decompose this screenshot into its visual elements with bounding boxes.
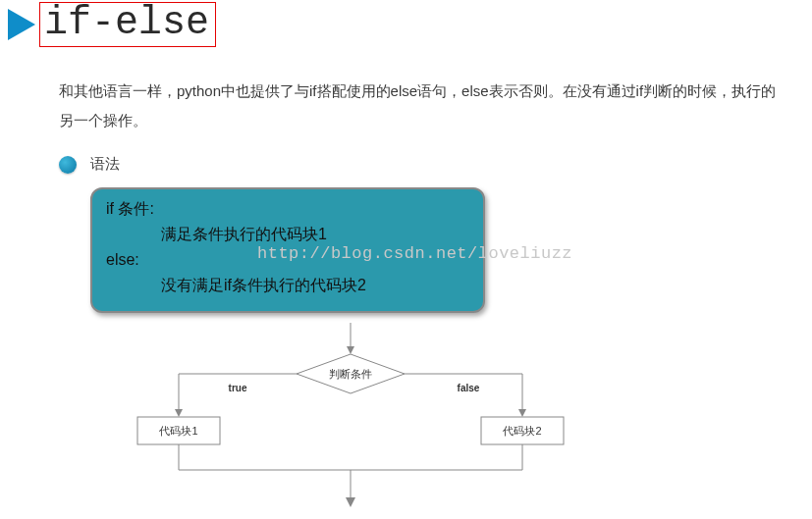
title-row: if-else	[0, 0, 812, 47]
syntax-wrap: if 条件: 满足条件执行的代码块1 else: 没有满足if条件执行的代码块2…	[90, 187, 812, 313]
svg-marker-8	[518, 409, 526, 417]
svg-marker-5	[175, 409, 183, 417]
syntax-box: if 条件: 满足条件执行的代码块1 else: 没有满足if条件执行的代码块2	[90, 187, 485, 313]
syntax-line-2: 满足条件执行的代码块1	[106, 223, 469, 246]
bullet-label: 语法	[90, 155, 120, 174]
bullet-icon	[59, 156, 77, 174]
bullet-row: 语法	[59, 155, 812, 174]
svg-marker-15	[346, 497, 355, 507]
syntax-line-3: else:	[106, 248, 469, 272]
description-text: 和其他语言一样，python中也提供了与if搭配使用的else语句，else表示…	[59, 77, 779, 135]
syntax-line-1: if 条件:	[106, 197, 469, 221]
flow-true-label: true	[229, 383, 247, 393]
flow-block1-label: 代码块1	[158, 425, 197, 437]
flow-decision-label: 判断条件	[329, 368, 372, 380]
flow-block2-label: 代码块2	[502, 425, 541, 437]
svg-marker-1	[347, 346, 354, 354]
page-title: if-else	[39, 2, 216, 47]
triangle-icon	[8, 9, 35, 40]
syntax-line-4: 没有满足if条件执行的代码块2	[106, 274, 469, 297]
flowchart: 判断条件 true false 代码块1 代码块2	[120, 323, 581, 509]
flow-false-label: false	[458, 383, 480, 393]
